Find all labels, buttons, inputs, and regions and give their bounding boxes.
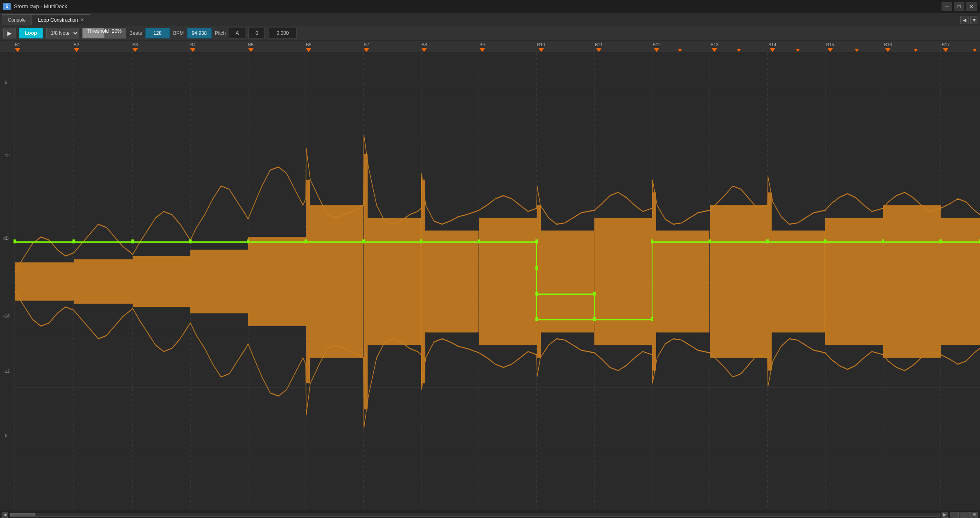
app-icon: S bbox=[3, 3, 11, 10]
svg-rect-18 bbox=[74, 259, 133, 304]
beat-sub-triangle bbox=[855, 49, 859, 52]
bpm-value[interactable]: 94.938 bbox=[187, 28, 212, 38]
zoom-fit-button[interactable]: ⊞ bbox=[969, 512, 978, 518]
beat-label: B4 bbox=[190, 42, 196, 48]
beat-label: B5 bbox=[248, 42, 253, 48]
zoom-in-button[interactable]: + bbox=[960, 512, 969, 518]
beat-triangle bbox=[132, 48, 138, 52]
tab-console[interactable]: Console bbox=[2, 14, 32, 25]
beat-marker-b16: B16 bbox=[884, 42, 892, 52]
beat-triangle bbox=[827, 48, 833, 52]
beat-label: B14 bbox=[768, 42, 777, 48]
window-controls: ─ □ ✕ bbox=[942, 2, 977, 11]
beat-marker-b7: B7 bbox=[364, 42, 369, 52]
beat-triangle bbox=[74, 48, 79, 52]
pitch-label: Pitch bbox=[215, 30, 226, 36]
beat-marker-b14: B14 bbox=[768, 42, 777, 52]
scroll-left-button[interactable]: ◀ bbox=[2, 512, 8, 518]
beat-label: B11 bbox=[595, 42, 603, 48]
close-button[interactable]: ✕ bbox=[966, 2, 977, 11]
tab-right-controls: ◀ ▼ bbox=[960, 16, 978, 25]
svg-rect-55 bbox=[651, 239, 653, 243]
svg-rect-56 bbox=[709, 239, 711, 243]
beat-marker-b10: B10 bbox=[537, 42, 545, 52]
beat-marker-b13: B13 bbox=[711, 42, 719, 52]
beat-triangle bbox=[190, 48, 196, 52]
beat-triangle bbox=[421, 48, 427, 52]
beat-triangle bbox=[15, 48, 20, 52]
tab-shrink-button[interactable]: ◀ bbox=[960, 16, 969, 24]
play-button[interactable]: ▶ bbox=[3, 28, 16, 38]
svg-rect-39 bbox=[941, 218, 980, 345]
svg-rect-19 bbox=[133, 256, 190, 307]
beat-triangle bbox=[654, 48, 659, 52]
svg-rect-40 bbox=[14, 239, 16, 243]
zoom-out-button[interactable]: ─ bbox=[950, 512, 959, 518]
beat-marker-b2: B2 bbox=[74, 42, 79, 52]
svg-rect-48 bbox=[478, 239, 480, 243]
beat-marker-b4: B4 bbox=[190, 42, 196, 52]
beat-label: B2 bbox=[74, 42, 79, 48]
svg-rect-30 bbox=[541, 231, 594, 333]
svg-rect-27 bbox=[425, 231, 479, 333]
toolbar: ▶ Loop 1/8 Note Threshold 20% Beats 128 … bbox=[0, 25, 980, 41]
tab-bar: Console Loop Construction ✕ ◀ ▼ bbox=[0, 13, 980, 25]
pitch-cents[interactable]: 0.000 bbox=[268, 28, 297, 38]
beat-triangle bbox=[306, 48, 312, 52]
beat-marker-b3: B3 bbox=[132, 42, 138, 52]
svg-rect-26 bbox=[421, 180, 425, 383]
svg-rect-22 bbox=[306, 180, 310, 383]
beat-label: B12 bbox=[653, 42, 661, 48]
beat-marker-b15: B15 bbox=[826, 42, 834, 52]
beat-triangle bbox=[770, 48, 775, 52]
svg-rect-28 bbox=[479, 218, 537, 345]
svg-rect-59 bbox=[882, 239, 884, 243]
svg-rect-21 bbox=[248, 237, 306, 326]
svg-rect-23 bbox=[310, 205, 363, 358]
beat-triangle bbox=[538, 48, 544, 52]
svg-rect-37 bbox=[825, 218, 883, 345]
scroll-right-button[interactable]: ▶ bbox=[942, 512, 948, 518]
waveform-area[interactable]: -6 -12 dB -18 -12 -6 bbox=[0, 52, 980, 511]
svg-rect-35 bbox=[768, 192, 772, 371]
maximize-button[interactable]: □ bbox=[954, 2, 964, 11]
pitch-semitone[interactable]: 0 bbox=[248, 28, 265, 38]
scrollbar-track[interactable] bbox=[10, 513, 940, 517]
svg-rect-29 bbox=[537, 205, 541, 358]
beat-marker-b1: B1 bbox=[15, 42, 20, 52]
svg-rect-57 bbox=[766, 239, 769, 243]
tab-loop-construction[interactable]: Loop Construction ✕ bbox=[32, 14, 90, 25]
svg-rect-52 bbox=[535, 317, 538, 321]
note-dropdown[interactable]: 1/8 Note bbox=[46, 28, 79, 38]
tab-expand-button[interactable]: ▼ bbox=[970, 16, 978, 24]
beat-triangle bbox=[943, 48, 948, 52]
minimize-button[interactable]: ─ bbox=[942, 2, 952, 11]
svg-rect-45 bbox=[305, 239, 307, 243]
beat-label: B13 bbox=[711, 42, 719, 48]
pitch-note[interactable]: A bbox=[229, 28, 245, 38]
svg-rect-54 bbox=[651, 317, 653, 321]
svg-rect-46 bbox=[362, 239, 365, 243]
beats-value[interactable]: 128 bbox=[145, 28, 170, 38]
beats-label: Beats bbox=[129, 30, 142, 36]
beat-marker-b6: B6 bbox=[306, 42, 312, 52]
window-title: Storm.cwp - MultiDock bbox=[14, 3, 67, 9]
main-content: B1B2B3B4B5B6B7B8B9B10B11B12B13B14B15B16B… bbox=[0, 41, 980, 518]
beat-label: B1 bbox=[15, 42, 20, 48]
tab-close-icon[interactable]: ✕ bbox=[80, 17, 84, 23]
beat-label: B6 bbox=[306, 42, 311, 48]
zoom-controls: ─ + ⊞ bbox=[950, 512, 978, 518]
loop-button[interactable]: Loop bbox=[19, 28, 43, 38]
svg-rect-32 bbox=[652, 192, 656, 371]
svg-rect-63 bbox=[593, 292, 596, 295]
svg-rect-31 bbox=[594, 218, 652, 345]
title-bar-left: S Storm.cwp - MultiDock bbox=[3, 3, 67, 10]
beat-marker-b8: B8 bbox=[421, 42, 427, 52]
svg-rect-42 bbox=[131, 239, 134, 243]
svg-rect-33 bbox=[656, 231, 709, 333]
svg-rect-58 bbox=[824, 239, 826, 243]
scrollbar-thumb[interactable] bbox=[10, 513, 35, 516]
threshold-button[interactable]: Threshold 20% bbox=[82, 28, 126, 38]
svg-rect-24 bbox=[364, 154, 368, 409]
svg-rect-38 bbox=[883, 205, 941, 358]
